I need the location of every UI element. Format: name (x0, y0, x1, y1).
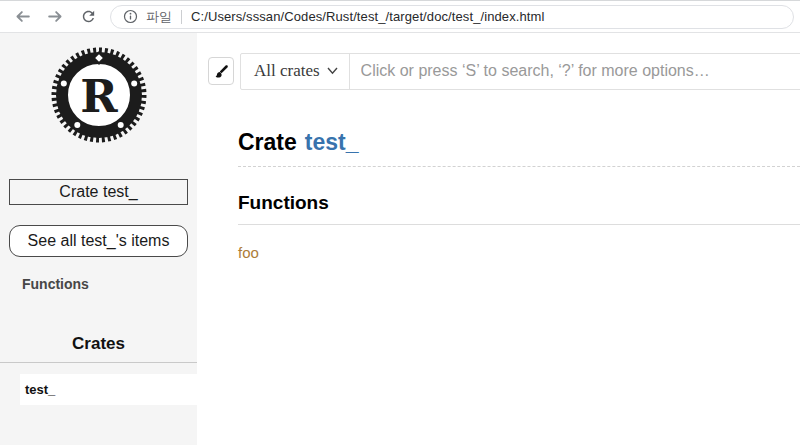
url-text: C:/Users/sssan/Codes/Rust/test_/target/d… (191, 9, 544, 24)
title-crate-link[interactable]: test_ (305, 129, 359, 155)
page-title: Cratetest_ (238, 127, 800, 167)
address-bar[interactable]: 파일 C:/Users/sssan/Codes/Rust/test_/targe… (110, 5, 794, 29)
crate-filter-label: All crates (254, 61, 320, 81)
rust-logo[interactable]: R (49, 45, 149, 145)
browser-toolbar: 파일 C:/Users/sssan/Codes/Rust/test_/targe… (0, 0, 800, 33)
title-prefix: Crate (238, 129, 297, 155)
url-divider (181, 10, 182, 24)
page-body: R Crate test_ See all test_'s items Func… (0, 33, 800, 445)
chevron-down-icon (327, 67, 338, 75)
sidebar: R Crate test_ See all test_'s items Func… (0, 33, 197, 445)
sidebar-crate-item-test[interactable]: test_ (20, 374, 197, 405)
search-bar: All crates (240, 53, 800, 90)
search-input[interactable] (350, 54, 800, 89)
url-scheme-label: 파일 (146, 8, 172, 26)
main-content: All crates Cratetest_ Functions foo (197, 33, 800, 445)
back-arrow-icon (14, 8, 31, 25)
page-info-icon[interactable] (123, 9, 138, 24)
refresh-button[interactable] (76, 5, 100, 29)
search-row: All crates (197, 52, 800, 90)
forward-arrow-icon (47, 8, 64, 25)
refresh-icon (80, 8, 97, 25)
function-foo-link[interactable]: foo (238, 244, 259, 261)
sidebar-functions-link[interactable]: Functions (22, 276, 89, 292)
see-all-items-button[interactable]: See all test_'s items (9, 225, 188, 257)
theme-picker-button[interactable] (208, 57, 234, 85)
forward-button[interactable] (43, 5, 67, 29)
crate-filter-select[interactable]: All crates (241, 54, 350, 89)
table-row: foo (238, 244, 800, 262)
logo-container: R (0, 45, 197, 149)
svg-text:R: R (80, 70, 118, 123)
paintbrush-icon (214, 64, 229, 79)
crate-location-box: Crate test_ (9, 179, 188, 205)
back-button[interactable] (10, 5, 34, 29)
functions-section-heading: Functions (238, 191, 800, 225)
crates-heading: Crates (0, 334, 197, 363)
